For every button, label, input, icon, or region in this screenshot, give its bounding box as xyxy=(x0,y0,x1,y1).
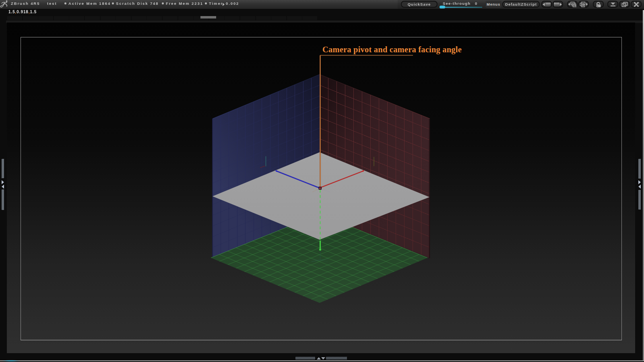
svg-text:Camera pivot and camera facing: Camera pivot and camera facing angle xyxy=(322,45,462,54)
